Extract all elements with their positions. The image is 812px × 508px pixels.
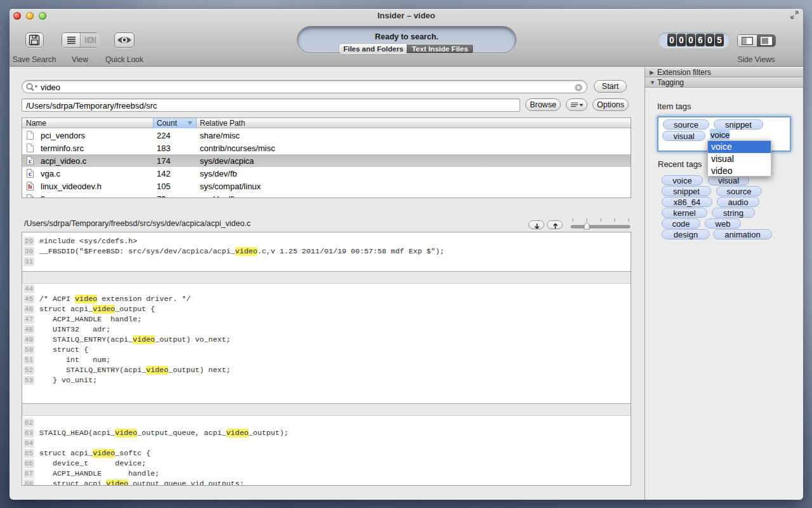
svg-text:h: h <box>28 182 32 190</box>
svg-text:c: c <box>29 157 32 164</box>
svg-text:c: c <box>29 195 32 198</box>
svg-text:c: c <box>29 170 32 177</box>
